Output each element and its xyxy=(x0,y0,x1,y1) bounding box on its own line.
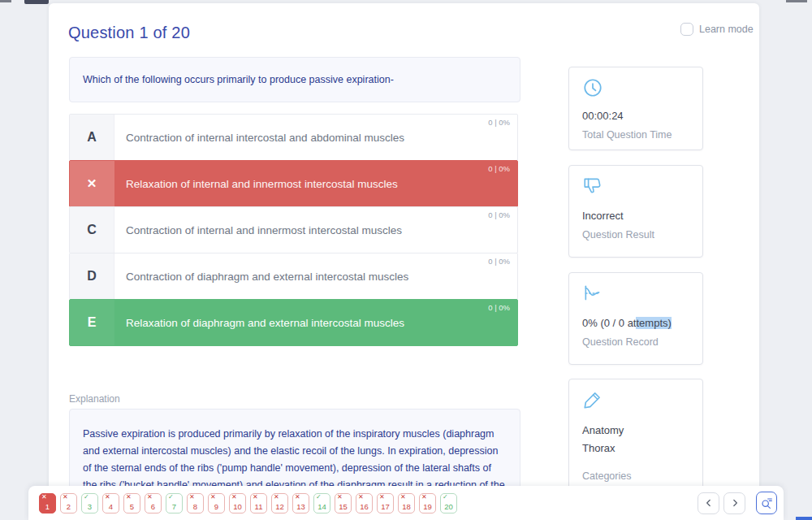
question-nav-box-16[interactable]: ✕16 xyxy=(356,493,373,514)
question-number: 14 xyxy=(314,502,330,511)
chart-icon xyxy=(582,283,603,304)
category-list: AnatomyThorax xyxy=(582,422,689,457)
x-icon: ✕ xyxy=(379,493,385,501)
question-number: 10 xyxy=(230,502,245,511)
option-row-c[interactable]: C 0 | 0% Contraction of internal and inn… xyxy=(69,206,518,254)
question-nav-box-4[interactable]: ✕4 xyxy=(102,493,119,514)
x-icon: ✕ xyxy=(63,493,68,501)
question-nav-box-11[interactable]: ✕11 xyxy=(250,493,267,514)
question-number: 19 xyxy=(420,502,435,511)
clock-icon xyxy=(582,77,603,98)
question-number: 12 xyxy=(272,502,287,511)
next-question-button[interactable] xyxy=(723,492,745,514)
question-result-label: Question Result xyxy=(582,229,689,240)
question-number: 5 xyxy=(124,502,140,511)
question-nav-box-10[interactable]: ✕10 xyxy=(229,493,246,514)
check-icon: ✓ xyxy=(443,493,448,501)
question-nav-box-20[interactable]: ✓20 xyxy=(440,493,457,514)
question-nav-box-14[interactable]: ✓14 xyxy=(313,493,330,514)
question-nav-box-2[interactable]: ✕2 xyxy=(60,493,77,514)
question-number: 8 xyxy=(188,502,203,511)
question-nav-box-3[interactable]: ✓3 xyxy=(81,493,98,514)
option-row-b-incorrect[interactable]: ✕ 0 | 0% Relaxation of internal and inne… xyxy=(69,160,518,207)
question-number: 13 xyxy=(293,502,309,511)
previous-question-button[interactable] xyxy=(698,492,719,514)
option-stat: 0 | 0% xyxy=(488,118,510,127)
question-number: 18 xyxy=(399,502,414,511)
question-nav-box-9[interactable]: ✕9 xyxy=(208,493,225,514)
category-item: Thorax xyxy=(582,440,689,457)
question-nav-box-18[interactable]: ✕18 xyxy=(398,493,415,514)
categories-card: AnatomyThorax Categories xyxy=(568,379,703,500)
question-result-value: Incorrect xyxy=(582,210,689,222)
question-nav-box-6[interactable]: ✕6 xyxy=(145,493,162,514)
x-icon: ✕ xyxy=(253,493,258,501)
category-item: Anatomy xyxy=(582,422,689,440)
learn-mode-label: Learn mode xyxy=(699,24,754,35)
question-review-button[interactable] xyxy=(756,492,777,514)
page-title: Question 1 of 20 xyxy=(68,24,190,42)
x-icon: ✕ xyxy=(70,161,114,206)
question-number: 2 xyxy=(61,502,76,511)
question-time-value: 00:00:24 xyxy=(582,110,689,122)
learn-mode-toggle[interactable]: Learn mode xyxy=(680,23,754,36)
option-letter: C xyxy=(70,207,114,253)
pencil-icon xyxy=(582,389,603,410)
question-time-label: Total Question Time xyxy=(582,129,689,141)
option-text: Contraction of internal and innermost in… xyxy=(126,224,402,236)
timer-card: 00:00:24 Total Question Time xyxy=(568,67,703,150)
question-nav-box-1[interactable]: ✕1 xyxy=(39,493,56,514)
categories-label: Categories xyxy=(582,470,689,482)
x-icon: ✕ xyxy=(337,493,343,501)
option-letter: D xyxy=(70,254,114,299)
x-icon: ✕ xyxy=(421,493,427,501)
x-icon: ✕ xyxy=(358,493,364,501)
browser-tab-artifact xyxy=(24,0,49,4)
question-navigator-bar: ✕1✕2✓3✕4✕5✕6✓7✕8✕9✕10✕11✕12✕13✓14✕15✕16✕… xyxy=(28,486,784,520)
x-icon: ✕ xyxy=(126,493,132,501)
question-nav-box-12[interactable]: ✕12 xyxy=(271,493,288,514)
option-letter: A xyxy=(70,115,114,160)
question-nav-box-7[interactable]: ✓7 xyxy=(166,493,183,514)
record-card: 0% (0 / 0 attempts) Question Record xyxy=(568,272,703,365)
question-record-label: Question Record xyxy=(582,336,689,348)
check-icon: ✓ xyxy=(168,493,174,501)
question-number: 16 xyxy=(356,502,372,511)
option-stat: 0 | 0% xyxy=(488,164,510,173)
options-list: A 0 | 0% Contraction of internal interco… xyxy=(69,115,518,346)
option-row-d[interactable]: D 0 | 0% Contraction of diaphragm and ex… xyxy=(69,253,518,300)
search-list-icon xyxy=(760,496,773,509)
question-number: 17 xyxy=(378,502,393,511)
x-icon: ✕ xyxy=(274,493,279,501)
question-number: 7 xyxy=(166,502,182,511)
learn-mode-checkbox[interactable] xyxy=(680,23,693,36)
question-record-value: 0% (0 / 0 attempts) xyxy=(582,317,689,329)
x-icon: ✕ xyxy=(295,493,300,501)
option-stat: 0 | 0% xyxy=(488,210,510,219)
question-nav-box-17[interactable]: ✕17 xyxy=(377,493,394,514)
option-text: Relaxation of diaphragm and external int… xyxy=(126,317,404,329)
question-text: Which of the following occurs primarily … xyxy=(83,74,394,85)
x-icon: ✕ xyxy=(147,493,153,501)
option-text: Contraction of diaphragm and external in… xyxy=(126,271,408,283)
option-row-a[interactable]: A 0 | 0% Contraction of internal interco… xyxy=(69,114,518,161)
explanation-label: Explanation xyxy=(69,393,120,405)
question-number: 15 xyxy=(335,502,351,511)
option-text: Relaxation of internal and innermost int… xyxy=(126,178,398,190)
option-row-e-correct[interactable]: E 0 | 0% Relaxation of diaphragm and ext… xyxy=(69,299,518,346)
thumbs-down-icon xyxy=(582,176,603,197)
question-number: 11 xyxy=(251,502,266,511)
x-icon: ✕ xyxy=(210,493,216,501)
question-nav-box-5[interactable]: ✕5 xyxy=(123,493,140,514)
question-nav-box-13[interactable]: ✕13 xyxy=(292,493,309,514)
option-stat: 0 | 0% xyxy=(488,257,510,266)
x-icon: ✕ xyxy=(400,493,406,501)
question-number: 4 xyxy=(103,502,119,511)
x-icon: ✕ xyxy=(231,493,237,501)
horizontal-scrollbar-thumb[interactable] xyxy=(796,517,812,520)
chevron-right-icon xyxy=(729,497,741,509)
question-nav-box-15[interactable]: ✕15 xyxy=(335,493,352,514)
question-nav-box-19[interactable]: ✕19 xyxy=(419,493,436,514)
question-nav-box-8[interactable]: ✕8 xyxy=(187,493,204,514)
question-nav-list: ✕1✕2✓3✕4✕5✕6✓7✕8✕9✕10✕11✕12✕13✓14✕15✕16✕… xyxy=(39,493,457,514)
